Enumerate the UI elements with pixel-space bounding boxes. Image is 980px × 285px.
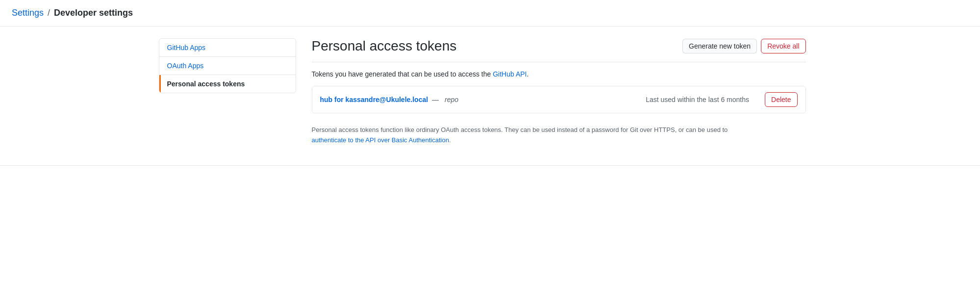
basic-auth-link[interactable]: authenticate to the API over Basic Authe…	[312, 136, 449, 144]
current-page-label: Developer settings	[54, 8, 133, 18]
description-text-prefix: Tokens you have generated that can be us…	[312, 70, 493, 78]
page-footer	[0, 165, 980, 181]
sidebar-item-personal-access-tokens-label: Personal access tokens	[167, 80, 245, 88]
sidebar-item-github-apps-label: GitHub Apps	[167, 44, 206, 52]
sidebar-item-oauth-apps[interactable]: OAuth Apps	[159, 57, 296, 75]
main-content: Personal access tokens Generate new toke…	[296, 38, 822, 146]
header-divider	[312, 62, 806, 62]
page-header: Personal access tokens Generate new toke…	[312, 38, 806, 54]
revoke-all-button[interactable]: Revoke all	[761, 39, 805, 53]
header-actions: Generate new token Revoke all	[682, 39, 805, 53]
token-name-link[interactable]: hub for kassandre@Ukulele.local	[320, 96, 428, 104]
settings-link[interactable]: Settings	[12, 8, 44, 18]
generate-new-token-button[interactable]: Generate new token	[682, 39, 757, 53]
delete-token-button[interactable]: Delete	[765, 92, 797, 107]
token-last-used: Last used within the last 6 months	[646, 96, 749, 104]
page-description: Tokens you have generated that can be us…	[312, 70, 806, 78]
token-scope: repo	[445, 96, 458, 104]
content-area: GitHub Apps OAuth Apps Personal access t…	[147, 26, 833, 146]
page-title: Personal access tokens	[312, 38, 457, 54]
footer-note-suffix: .	[449, 136, 451, 144]
token-actions: Last used within the last 6 months Delet…	[646, 92, 797, 107]
breadcrumb: Settings / Developer settings	[0, 0, 980, 26]
github-api-link[interactable]: GitHub API	[493, 70, 527, 78]
sidebar-item-oauth-apps-label: OAuth Apps	[167, 62, 204, 70]
token-info: hub for kassandre@Ukulele.local — repo	[320, 96, 646, 104]
sidebar-item-personal-access-tokens[interactable]: Personal access tokens	[159, 75, 296, 93]
sidebar-item-github-apps[interactable]: GitHub Apps	[159, 39, 296, 57]
sidebar: GitHub Apps OAuth Apps Personal access t…	[159, 38, 296, 93]
description-text-suffix: .	[527, 70, 528, 78]
token-list: hub for kassandre@Ukulele.local — repo L…	[312, 86, 806, 113]
footer-note: Personal access tokens function like ord…	[312, 125, 753, 146]
breadcrumb-separator: /	[48, 8, 50, 18]
footer-note-prefix: Personal access tokens function like ord…	[312, 126, 728, 133]
token-separator: —	[432, 96, 441, 104]
table-row: hub for kassandre@Ukulele.local — repo L…	[312, 86, 805, 113]
